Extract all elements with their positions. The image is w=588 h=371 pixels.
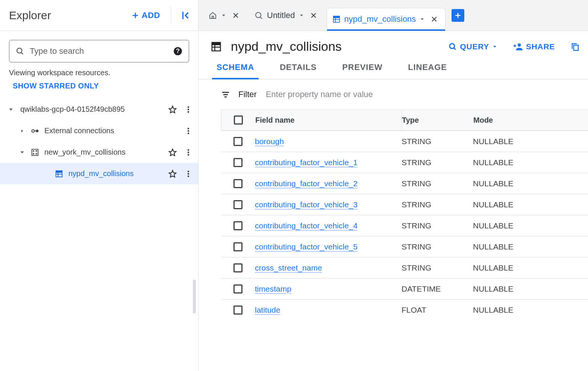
document-tabbar: Untitled nypd_mv_collisions [199, 0, 588, 31]
row-checkbox[interactable] [233, 200, 242, 209]
chevron-down-icon[interactable] [420, 17, 425, 22]
svg-point-23 [188, 175, 189, 177]
tree-project-row[interactable]: qwiklabs-gcp-04-0152f49cb895 [0, 99, 198, 120]
row-actions [166, 167, 195, 181]
tree-project-label: qwiklabs-gcp-04-0152f49cb895 [18, 105, 164, 114]
svg-rect-34 [224, 96, 227, 97]
select-all-cell [221, 116, 255, 125]
row-checkbox[interactable] [233, 137, 242, 146]
field-type-cell: FLOAT [402, 306, 473, 315]
chevron-down-icon[interactable] [221, 13, 226, 18]
more-button[interactable] [182, 167, 195, 181]
chevron-down-icon[interactable] [299, 13, 304, 18]
triangle-right-icon[interactable] [17, 125, 28, 137]
row-checkbox[interactable] [233, 179, 242, 188]
tree-dataset-label: new_york_mv_collisions [42, 148, 164, 157]
resource-tree: qwiklabs-gcp-04-0152f49cb895 External co… [0, 97, 198, 184]
field-link[interactable]: cross_street_name [255, 263, 322, 272]
field-type-cell: STRING [402, 137, 473, 146]
svg-rect-11 [32, 149, 38, 155]
field-type-cell: STRING [402, 179, 473, 188]
field-link[interactable]: timestamp [255, 284, 291, 293]
more-button[interactable] [182, 103, 195, 116]
tree-external-label: External connections [42, 126, 180, 135]
row-checkbox[interactable] [233, 158, 242, 167]
query-icon [254, 11, 263, 20]
subtab-lineage[interactable]: LINEAGE [406, 57, 448, 79]
subtab-schema[interactable]: SCHEMA [215, 57, 256, 79]
sidebar-header: Explorer ADD [0, 0, 198, 31]
explorer-sidebar: Explorer ADD ? [0, 0, 199, 371]
row-actions [182, 124, 195, 138]
col-header-field[interactable]: Field name [255, 110, 402, 130]
plus-icon [131, 11, 139, 20]
close-icon[interactable] [308, 10, 319, 21]
search-input[interactable] [29, 46, 168, 56]
share-button[interactable]: SHARE [511, 41, 557, 52]
field-link[interactable]: latitude [255, 306, 280, 314]
svg-point-12 [33, 151, 34, 151]
field-mode-cell: NULLABLE [473, 158, 541, 167]
tree-external-row[interactable]: External connections [0, 120, 198, 141]
tab-untitled-label: Untitled [267, 11, 295, 20]
subtab-details[interactable]: DETAILS [278, 57, 318, 79]
subtab-preview[interactable]: PREVIEW [341, 57, 384, 79]
row-check-cell [221, 200, 255, 209]
tree-table-label: nypd_mv_collisions [66, 169, 164, 178]
svg-point-3 [188, 106, 189, 108]
help-icon[interactable]: ? [173, 46, 183, 56]
tab-active[interactable]: nypd_mv_collisions [327, 8, 446, 30]
query-button[interactable]: QUERY [446, 42, 500, 52]
field-link[interactable]: contributing_factor_vehicle_4 [255, 221, 358, 230]
tab-untitled[interactable]: Untitled [249, 4, 324, 27]
row-checkbox[interactable] [233, 263, 242, 272]
row-checkbox[interactable] [233, 242, 242, 251]
field-link[interactable]: contributing_factor_vehicle_3 [255, 200, 358, 209]
search-box[interactable]: ? [9, 40, 189, 62]
row-checkbox[interactable] [233, 221, 242, 230]
divider [171, 7, 171, 24]
triangle-down-icon[interactable] [5, 104, 17, 115]
close-icon[interactable] [429, 14, 440, 25]
schema-row: contributing_factor_vehicle_2 STRING NUL… [221, 173, 588, 194]
star-button[interactable] [166, 146, 179, 159]
star-button[interactable] [166, 167, 179, 181]
field-link[interactable]: contributing_factor_vehicle_1 [255, 158, 358, 167]
select-all-checkbox[interactable] [234, 116, 243, 125]
collapse-sidebar-button[interactable] [176, 6, 194, 24]
sidebar-title: Explorer [0, 9, 126, 22]
row-checkbox[interactable] [233, 284, 242, 293]
col-header-mode[interactable]: Mode [473, 116, 541, 125]
more-button[interactable] [182, 146, 195, 159]
svg-point-4 [188, 108, 189, 110]
scrollbar[interactable] [193, 280, 196, 313]
col-header-type[interactable]: Type [402, 116, 473, 125]
person-plus-icon [513, 42, 523, 52]
workspace-info: Viewing workspace resources. [0, 67, 198, 79]
field-link[interactable]: contributing_factor_vehicle_2 [255, 179, 358, 188]
filter-input[interactable] [265, 89, 582, 100]
field-mode-cell: NULLABLE [473, 221, 541, 230]
copy-button[interactable] [568, 40, 582, 53]
close-icon[interactable] [230, 10, 241, 21]
schema-table: Field name Type Mode borough STRING NULL… [221, 109, 588, 320]
new-tab-button[interactable] [452, 9, 464, 22]
tab-home[interactable] [203, 4, 247, 27]
row-check-cell [221, 179, 255, 188]
star-button[interactable] [166, 103, 179, 116]
schema-row: borough STRING NULLABLE [221, 131, 588, 152]
title-actions: QUERY SHARE [446, 40, 582, 53]
show-starred-button[interactable]: SHOW STARRED ONLY [0, 79, 198, 97]
field-mode-cell: NULLABLE [473, 137, 541, 146]
field-link[interactable]: borough [255, 137, 284, 146]
svg-rect-28 [212, 42, 221, 45]
field-link[interactable]: contributing_factor_vehicle_5 [255, 242, 358, 251]
tree-table-row[interactable]: nypd_mv_collisions [0, 163, 198, 184]
add-button[interactable]: ADD [126, 8, 165, 23]
row-checkbox[interactable] [233, 306, 242, 315]
external-connection-icon [29, 126, 41, 135]
chevron-down-icon [492, 44, 497, 49]
triangle-down-icon[interactable] [17, 147, 28, 158]
more-button[interactable] [182, 124, 195, 138]
tree-dataset-row[interactable]: new_york_mv_collisions [0, 141, 198, 163]
